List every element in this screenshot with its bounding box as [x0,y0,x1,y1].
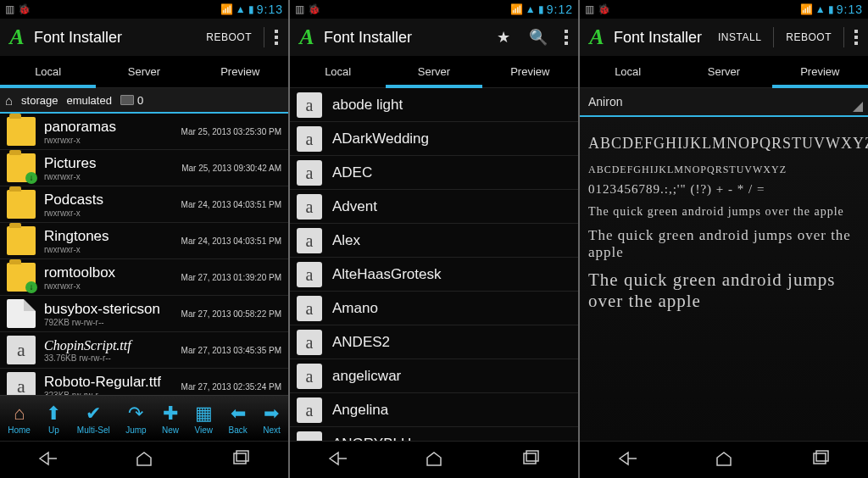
overflow-menu-icon[interactable] [849,27,863,47]
preview-uppercase: ABCDEFGHIJKLMNOPQRSTUVWXYZ [588,129,860,154]
separator [843,27,844,47]
server-font-row[interactable]: aAlex [290,224,578,258]
tab-server[interactable]: Server [676,56,771,87]
server-font-row[interactable]: aAmano [290,292,578,325]
server-font-name: AlteHaasGrotesk [332,266,442,283]
server-font-row[interactable]: aADarkWedding [290,122,578,156]
toolbar-up-button[interactable]: ⬆Up [46,403,61,435]
svg-rect-1 [236,451,248,461]
server-font-name: ADEC [332,164,372,181]
up-arrow-icon: ⬆ [46,403,61,425]
toolbar-home-button[interactable]: ⌂Home [8,403,31,435]
overflow-menu-icon[interactable] [270,27,283,47]
app-title: Font Installer [324,29,485,47]
server-font-name: abode light [332,97,403,114]
server-font-row[interactable]: aAngelina [290,393,578,427]
nav-bar [580,441,868,478]
breadcrumb-segment[interactable]: storage [21,94,58,107]
file-row[interactable]: busybox-stericson792KB rw-rw-r--Mar 27, … [0,296,288,332]
file-name: romtoolbox [44,264,181,281]
nav-back-button[interactable] [321,450,355,470]
toolbar-next-button[interactable]: ➡Next [263,403,281,435]
server-font-name: angelicwar [332,368,401,385]
notif-icon: ▥ [5,3,14,15]
server-font-row[interactable]: aAlteHaasGrotesk [290,258,578,292]
svg-rect-0 [234,453,246,464]
tab-preview[interactable]: Preview [192,56,288,87]
nav-back-button[interactable] [611,450,645,470]
nav-back-button[interactable] [31,450,65,470]
app-title: Font Installer [614,29,706,47]
nav-bar [0,441,288,478]
server-font-name: ANDES2 [332,334,390,351]
favorite-icon[interactable]: ★ [490,25,517,50]
server-font-row[interactable]: aAdvent [290,190,578,224]
reboot-button[interactable]: REBOOT [199,26,259,48]
back-arrow-icon: ⬅ [229,403,248,425]
server-font-row[interactable]: aANDES2 [290,325,578,359]
font-icon: a [7,336,36,364]
phone-server: ▥ 🐞 📶 ▲ ▮ 9:12 A Font Installer ★ 🔍 Loca… [290,0,578,478]
font-icon: a [297,262,322,287]
reboot-button[interactable]: REBOOT [779,26,838,48]
breadcrumb: ⌂ storage emulated 0 [0,88,288,114]
breadcrumb-segment[interactable]: 0 [120,94,143,107]
server-font-list[interactable]: aabode lightaADarkWeddingaADECaAdventaAl… [290,88,578,441]
file-date: Mar 27, 2013 02:35:24 PM [181,382,281,392]
font-icon: a [297,431,322,442]
file-date: Mar 27, 2013 00:58:22 PM [181,309,281,319]
signal-icon: ▲ [236,3,246,15]
clock: 9:13 [257,3,283,16]
app-logo-icon: A [5,25,29,49]
font-icon: a [297,397,322,423]
server-font-row[interactable]: aangelicwar [290,359,578,393]
breadcrumb-segment[interactable]: emulated [66,94,111,107]
svg-rect-4 [814,453,826,464]
toolbar-jump-button[interactable]: ↷Jump [125,403,146,435]
tab-preview[interactable]: Preview [772,56,868,87]
nav-home-button[interactable] [417,450,451,470]
notif-icon: ▥ [295,3,304,15]
preview-pane[interactable]: ABCDEFGHIJKLMNOPQRSTUVWXYZ abcdefghijklm… [580,117,868,441]
toolbar-new-button[interactable]: ✚New [162,403,179,435]
action-bar: A Font Installer ★ 🔍 [290,19,578,56]
tab-local[interactable]: Local [290,56,386,87]
file-name: ChopinScript.ttf [44,338,181,353]
nav-recents-button[interactable] [223,450,257,470]
install-button[interactable]: INSTALL [711,26,768,48]
file-row[interactable]: aChopinScript.ttf33.76KB rw-rw-r--Mar 27… [0,332,288,369]
file-date: Mar 24, 2013 04:03:51 PM [181,236,281,246]
tab-server[interactable]: Server [96,56,192,87]
tab-server[interactable]: Server [386,56,481,87]
server-font-row[interactable]: aabode light [290,88,578,122]
server-font-row[interactable]: aANGRYBLU [290,427,578,441]
server-font-name: ADarkWedding [332,131,429,147]
preview-sentence: The quick green android jumps over the a… [588,227,860,261]
file-list[interactable]: panoramasrwxrwxr-xMar 25, 2013 03:25:30 … [0,114,288,395]
font-select-spinner[interactable]: Aniron [580,88,868,117]
file-row[interactable]: Podcastsrwxrwxr-xMar 24, 2013 04:03:51 P… [0,186,288,223]
tab-local[interactable]: Local [580,56,676,87]
file-row[interactable]: panoramasrwxrwxr-xMar 25, 2013 03:25:30 … [0,114,288,150]
home-icon[interactable]: ⌂ [5,93,13,108]
phone-preview: ▥ 🐞 📶 ▲ ▮ 9:13 A Font Installer INSTALL … [580,0,868,478]
nav-recents-button[interactable] [803,450,837,470]
overflow-menu-icon[interactable] [559,27,573,47]
file-row[interactable]: romtoolboxrwxrwxr-xMar 27, 2013 01:39:20… [0,259,288,296]
toolbar-multisel-button[interactable]: ✔Multi-Sel [77,403,110,435]
nav-home-button[interactable] [127,450,161,470]
nav-recents-button[interactable] [513,450,547,470]
toolbar-back-button[interactable]: ⬅Back [229,403,248,435]
server-font-row[interactable]: aADEC [290,156,578,190]
toolbar-view-button[interactable]: ▦View [195,403,214,435]
sdcard-icon [120,95,134,105]
file-date: Mar 24, 2013 04:03:51 PM [181,200,281,209]
tab-preview[interactable]: Preview [482,56,578,87]
search-icon[interactable]: 🔍 [522,25,554,50]
file-row[interactable]: aRoboto-Regular.ttf323KB rw-rw-r--Mar 27… [0,369,288,395]
file-row[interactable]: Picturesrwxrwxr-xMar 25, 2013 09:30:42 A… [0,150,288,186]
file-row[interactable]: Ringtonesrwxrwxr-xMar 24, 2013 04:03:51 … [0,223,288,259]
nav-home-button[interactable] [707,450,741,470]
action-bar: A Font Installer INSTALL REBOOT [580,19,868,56]
tab-local[interactable]: Local [0,56,96,87]
